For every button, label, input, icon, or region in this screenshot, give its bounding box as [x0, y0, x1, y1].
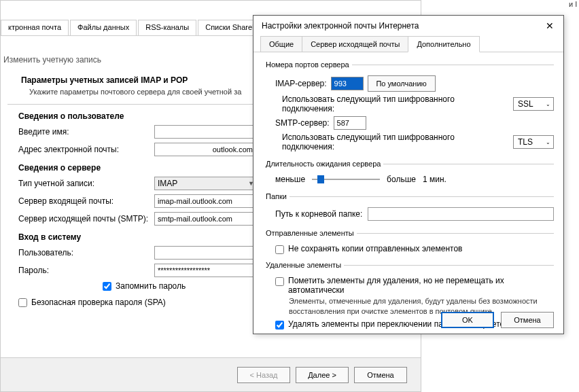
inner-dialog-title: Изменить учетную запись: [3, 55, 101, 65]
slider-thumb[interactable]: [317, 175, 324, 183]
incoming-label: Сервер входящей почты:: [18, 196, 154, 206]
spa-checkbox[interactable]: [18, 298, 27, 307]
timeout-more-label: больше: [387, 175, 416, 184]
pass-input[interactable]: [154, 264, 256, 277]
chevron-down-icon: ⌄: [546, 101, 550, 107]
next-button[interactable]: Далее >: [296, 367, 349, 383]
default-port-button[interactable]: По умолчанию: [368, 75, 436, 92]
chevron-down-icon: ⌄: [546, 139, 550, 145]
timeout-slider[interactable]: [312, 179, 380, 180]
imap-port-label: IMAP-сервер:: [275, 79, 327, 88]
incoming-encryption-label: Использовать следующий тип шифрованного …: [282, 94, 509, 113]
incoming-input[interactable]: [154, 194, 256, 208]
cancel-button[interactable]: Отмена: [354, 367, 407, 383]
tab-data-files[interactable]: Файлы данных: [70, 20, 137, 35]
settings-tabstrip: Общие Сервер исходящей почты Дополнитель…: [253, 36, 563, 52]
dialog-title: Настройки электронной почты Интернета: [262, 21, 419, 31]
user-input[interactable]: [154, 246, 256, 260]
no-save-sent-label: Не сохранять копии отправленных элементо…: [288, 244, 462, 253]
truncated-right: и I: [569, 0, 579, 14]
remember-password-checkbox[interactable]: [103, 282, 111, 291]
account-type-label: Тип учетной записи:: [18, 179, 154, 188]
user-label: Пользователь:: [18, 248, 154, 257]
deleted-legend: Удаленные элементы: [263, 261, 344, 269]
smtp-port-input[interactable]: [334, 116, 366, 130]
account-type-select: IMAP▼: [154, 177, 256, 190]
timeout-fieldset: Длительность ожидания сервера меньше бол…: [263, 160, 554, 190]
sent-fieldset: Отправленные элементы Не сохранять копии…: [263, 229, 554, 258]
outgoing-label: Сервер исходящей почты (SMTP):: [18, 214, 154, 224]
timeout-less-label: меньше: [275, 175, 305, 184]
purge-on-switch-checkbox[interactable]: [275, 321, 284, 329]
remember-password-label: Запомнить пароль: [116, 281, 186, 291]
folders-fieldset: Папки Путь к корневой папке:: [263, 192, 554, 226]
tab-email[interactable]: ктронная почта: [1, 20, 69, 35]
timeout-legend: Длительность ожидания сервера: [263, 160, 383, 168]
internet-email-settings-dialog: Настройки электронной почты Интернета ✕ …: [253, 15, 564, 334]
cancel-button-2[interactable]: Отмена: [501, 312, 554, 328]
ports-legend: Номера портов сервера: [263, 60, 352, 69]
imap-port-input[interactable]: [331, 77, 364, 90]
no-save-sent-checkbox[interactable]: [275, 245, 284, 254]
root-path-input[interactable]: [368, 207, 554, 221]
timeout-value: 1 мин.: [423, 175, 446, 184]
wizard-footer: < Назад Далее > Отмена: [1, 357, 421, 391]
smtp-port-label: SMTP-сервер:: [275, 118, 330, 128]
ok-button[interactable]: OK: [441, 312, 494, 328]
mark-delete-label: Пометить элементы для удаления, но не пе…: [288, 276, 554, 295]
ports-fieldset: Номера портов сервера IMAP-сервер: По ум…: [263, 60, 554, 157]
folders-legend: Папки: [263, 192, 290, 200]
tab-outgoing-server[interactable]: Сервер исходящей почты: [302, 36, 408, 52]
outgoing-encryption-select[interactable]: TLS⌄: [513, 135, 554, 149]
tab-general[interactable]: Общие: [260, 36, 302, 52]
outgoing-input[interactable]: [154, 212, 256, 226]
tab-advanced[interactable]: Дополнительно: [408, 36, 479, 52]
pass-label: Пароль:: [18, 266, 154, 275]
tab-rss[interactable]: RSS-каналы: [138, 20, 196, 35]
close-icon[interactable]: ✕: [542, 18, 558, 34]
spa-label: Безопасная проверка пароля (SPA): [31, 298, 166, 307]
sent-legend: Отправленные элементы: [263, 229, 357, 237]
name-input[interactable]: [154, 125, 256, 139]
email-input[interactable]: [154, 143, 256, 156]
name-label: Введите имя:: [18, 127, 154, 137]
back-button: < Назад: [237, 367, 290, 383]
incoming-encryption-select[interactable]: SSL⌄: [513, 97, 554, 111]
outgoing-encryption-label: Использовать следующий тип шифрованного …: [282, 132, 509, 152]
mark-delete-checkbox[interactable]: [275, 277, 284, 286]
root-path-label: Путь к корневой папке:: [275, 209, 362, 219]
email-label: Адрес электронной почты:: [18, 145, 154, 154]
